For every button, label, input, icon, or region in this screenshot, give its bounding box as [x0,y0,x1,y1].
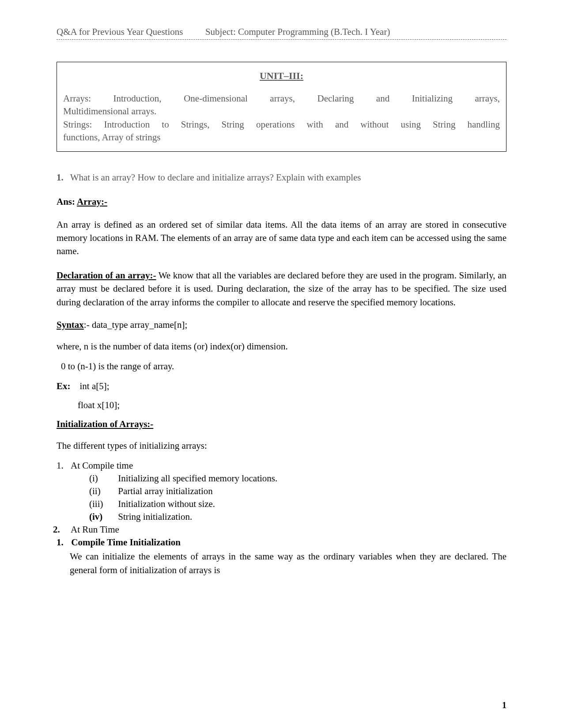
list-text-1: At Compile time [71,460,133,471]
question-number: 1. [57,172,64,183]
sub-text-4: String initialization. [118,511,192,522]
list-num-2: 2. [53,524,69,535]
roman-3: (iii) [89,499,116,510]
syntax-text: :- data_type array_name[n]; [84,319,187,330]
list-item-2: 2. At Run Time [53,524,506,535]
question: 1. What is an array? How to declare and … [57,172,506,183]
syntax-label: Syntax [57,319,84,330]
list-item-1: 1. At Compile time [57,460,506,471]
example-label: Ex: [57,381,71,391]
sub-item-2: (ii) Partial array initialization [78,486,506,497]
unit-title: UNIT–III: [63,70,500,82]
page-header: Q&A for Previous Year Questions Subject:… [57,26,506,38]
unit-box: UNIT–III: Arrays: Introduction, One-dime… [57,62,506,152]
where-line: where, n is the number of data items (or… [57,341,506,352]
answer-label: Ans: Array:- [57,196,506,207]
example-text1: int a[5]; [80,381,110,391]
list-item-3: 1. Compile Time Initialization [57,537,506,548]
roman-2: (ii) [89,486,116,497]
declaration-paragraph: Declaration of an array:- We know that a… [57,269,506,309]
example-line1: Ex: int a[5]; [57,381,506,392]
list-num-1: 1. [57,460,69,471]
initialization-header: Initialization of Arrays:- [57,419,506,430]
page-number: 1 [502,700,506,710]
unit-content: Arrays: Introduction, One-dimensional ar… [63,92,500,144]
unit-line1: Arrays: Introduction, One-dimensional ar… [63,92,500,105]
unit-line3: Strings: Introduction to Strings, String… [63,118,500,131]
header-left: Q&A for Previous Year Questions [57,26,183,37]
sub-text-2: Partial array initialization [118,486,213,496]
sub-item-3: (iii) Initialization without size. [78,499,506,510]
unit-line4: functions, Array of strings [63,131,500,144]
sub-item-1: (i) Initializing all specified memory lo… [78,473,506,484]
array-definition: An array is defined as an ordered set of… [57,218,506,258]
header-separator [57,39,506,40]
range-line: 0 to (n-1) is the range of array. [57,361,506,372]
list-text-2: At Run Time [71,524,119,535]
ans-prefix: Ans: [57,196,75,207]
sub-item-4: (iv) String initialization. [78,511,506,522]
ans-title: Array:- [77,196,107,207]
syntax-line: Syntax:- data_type array_name[n]; [57,319,506,330]
header-right: Subject: Computer Programming (B.Tech. I… [205,26,390,37]
sub-text-1: Initializing all specified memory locati… [118,473,277,484]
roman-4: (iv) [89,511,116,522]
list-text-3: Compile Time Initialization [71,537,181,548]
sub-text-3: Initialization without size. [118,499,215,509]
question-text: What is an array? How to declare and ini… [70,172,361,183]
roman-1: (i) [89,473,116,484]
initialization-intro: The different types of initializing arra… [57,440,506,451]
declaration-title: Declaration of an array:- [57,270,156,281]
list-num-3: 1. [57,537,69,548]
unit-line2: Multidimensional arrays. [63,105,500,118]
continue-paragraph: We can initialize the elements of arrays… [70,550,506,577]
example-line2: float x[10]; [57,400,506,411]
